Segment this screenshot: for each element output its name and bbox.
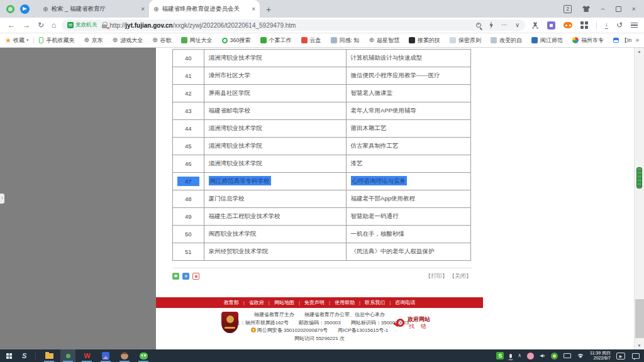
- bookmark-globe-icon: ⊕: [152, 37, 157, 43]
- footer-link[interactable]: 免责声明: [304, 299, 325, 306]
- green-tray-icon[interactable]: [551, 353, 558, 359]
- footer-link[interactable]: 咨询电话: [395, 299, 415, 306]
- footer-link[interactable]: 省政府: [249, 299, 264, 306]
- refresh-button[interactable]: ↻: [38, 21, 44, 29]
- bookmark-item[interactable]: 个案工作: [260, 36, 292, 45]
- scroll-down-arrow[interactable]: ▼: [635, 342, 644, 349]
- games-extension-icon[interactable]: [564, 22, 572, 28]
- tab-search-fujian-edu[interactable]: ⊕ 检索 _ 福建省教育厅 ×: [38, 0, 149, 18]
- bookmark-item[interactable]: 云盘: [301, 36, 321, 45]
- share-qzone-icon[interactable]: ★: [182, 273, 189, 280]
- address-bar[interactable]: 党政机关 http://jyt.fujian.gov.cn/xxgk/zywj/…: [62, 19, 525, 31]
- chevron-down-icon[interactable]: ∨: [515, 22, 519, 28]
- share-wechat-icon[interactable]: [172, 273, 179, 280]
- footer-link[interactable]: 网站地图: [274, 299, 294, 306]
- download-icon[interactable]: ↓: [605, 21, 608, 29]
- scrollbar[interactable]: ▲ ▼: [634, 48, 644, 349]
- bookmark-item[interactable]: ⊕超星智慧: [369, 36, 399, 45]
- bookmark-item[interactable]: 闽江师范: [531, 36, 563, 45]
- page-footer: 教育部|省政府|网站地图|免责声明|使用帮助|联系我们|咨询电话 福建省教育厅主…: [156, 297, 483, 343]
- bookmark-item[interactable]: ⊕游戏大全: [113, 36, 143, 45]
- sogou-input-icon[interactable]: S: [496, 352, 504, 359]
- home-button[interactable]: ⌂: [52, 21, 56, 29]
- minimize-button[interactable]: −: [601, 6, 604, 13]
- flash-icon[interactable]: [489, 21, 494, 29]
- favorites-button[interactable]: ★ 收藏 ▾: [5, 36, 28, 45]
- bookmark-item[interactable]: 接案的技: [409, 36, 440, 45]
- scrollbar-green-marker[interactable]: [636, 167, 642, 189]
- back-button[interactable]: ←: [8, 21, 15, 29]
- footer-info: 福建省教育厅主办 福建省教育厅办公室、信息中心承办 地址：福州市鼓屏路162号 …: [156, 308, 483, 343]
- tab-count-badge[interactable]: 2: [564, 5, 572, 13]
- media-play-icon[interactable]: ▶: [616, 353, 625, 359]
- new-tab-button[interactable]: +: [266, 5, 271, 14]
- scroll-up-arrow[interactable]: ▲: [635, 48, 644, 55]
- purple-extension-icon[interactable]: [547, 21, 555, 30]
- bookmark-item[interactable]: 保密原则: [450, 36, 481, 45]
- taskbar-wps[interactable]: W: [79, 349, 94, 362]
- taskbar-wechat[interactable]: [136, 349, 151, 362]
- print-button[interactable]: 【打印】: [425, 272, 448, 280]
- bookmark-dot-icon: [301, 37, 308, 43]
- pink-tray-icon[interactable]: [527, 353, 534, 359]
- footer-link[interactable]: 使用帮助: [335, 299, 355, 306]
- gov-find-error-logo[interactable]: 政府网站 找 错: [396, 316, 430, 329]
- scrollbar-thumb[interactable]: [635, 299, 644, 338]
- taskbar-file-explorer[interactable]: [42, 349, 57, 362]
- muted-speaker-icon[interactable]: ◀×: [540, 353, 545, 358]
- page-actions-row: ★ 【打印】 【关闭】: [172, 268, 472, 280]
- close-window-button[interactable]: ×: [632, 6, 636, 13]
- apps-grid-icon[interactable]: [580, 21, 588, 29]
- blue-app-icon[interactable]: [20, 4, 30, 14]
- bookmarks-overflow-icon[interactable]: »: [631, 33, 639, 47]
- bookmark-item[interactable]: 同感: 知: [331, 36, 360, 45]
- bookmark-dot-icon: [450, 37, 456, 43]
- bookmark-item[interactable]: 360搜索: [222, 36, 251, 45]
- table-row: 47闽江师范高等专科学校心理咨询理论与实务: [173, 173, 471, 190]
- close-page-button[interactable]: 【关闭】: [449, 272, 472, 280]
- close-tab-icon[interactable]: ×: [141, 6, 145, 13]
- bookmark-item[interactable]: 改变的自: [491, 36, 522, 45]
- wechat-icon: [140, 353, 148, 359]
- gov-site-badge[interactable]: 党政机关: [67, 21, 97, 29]
- undo-restore-icon[interactable]: ↺: [616, 22, 623, 28]
- browser-360-logo-icon[interactable]: [6, 5, 14, 13]
- taskbar-browser-active[interactable]: [60, 349, 75, 362]
- forward-button[interactable]: →: [23, 21, 30, 29]
- taskbar-contact-app[interactable]: [117, 349, 132, 362]
- start-button[interactable]: [6, 353, 12, 359]
- close-tab-icon[interactable]: ×: [252, 6, 255, 13]
- theme-shirt-icon[interactable]: [582, 6, 590, 12]
- bookmark-item[interactable]: 福州市专: [572, 36, 604, 45]
- bookmark-item[interactable]: 网址大全: [181, 36, 213, 45]
- bookmark-item[interactable]: 手机收藏夹: [39, 36, 74, 45]
- tab-lifelong-education-active[interactable]: ⊕ 福建省终身教育促进委员会关 ×: [149, 0, 260, 18]
- search-s-icon[interactable]: S: [22, 353, 26, 359]
- more-icon[interactable]: ⋯: [501, 22, 508, 28]
- bookmark-label: 改变的自: [499, 36, 522, 45]
- bookmark-item[interactable]: ⊕谷歌: [152, 36, 171, 45]
- insecure-lock-icon[interactable]: [102, 25, 107, 28]
- bookmark-label: 同感: 知: [340, 36, 360, 45]
- footer-link[interactable]: 联系我们: [365, 299, 385, 306]
- screenshot-scissors-icon[interactable]: [531, 21, 539, 29]
- wifi-icon[interactable]: [577, 353, 584, 359]
- menu-icon[interactable]: [631, 23, 638, 28]
- restore-button[interactable]: [616, 6, 621, 12]
- bookmark-label: 京东: [92, 36, 103, 45]
- bookmark-globe-icon: ⊕: [113, 37, 118, 43]
- taskbar-photos[interactable]: [98, 349, 113, 362]
- taskbar-clock[interactable]: 11:39 周日 2022/8/7: [590, 351, 611, 361]
- footer-link[interactable]: 教育部: [224, 299, 239, 306]
- notification-bubble-icon[interactable]: [632, 353, 640, 359]
- bookmark-item[interactable]: ⊕京东: [84, 36, 103, 45]
- bookmark-label: 福州市专: [581, 36, 604, 45]
- bookmark-label: 接案的技: [418, 36, 440, 45]
- tray-expand-icon[interactable]: ∧: [518, 353, 521, 358]
- zoom-icon[interactable]: [476, 23, 481, 28]
- share-weibo-icon[interactable]: [192, 273, 199, 280]
- url-text[interactable]: http://jyt.fujian.gov.cn/xxgk/zywj/20220…: [109, 22, 296, 29]
- display-icon[interactable]: [564, 353, 571, 358]
- side-panel-toggle[interactable]: ›: [0, 194, 4, 204]
- microphone-icon[interactable]: [509, 354, 512, 358]
